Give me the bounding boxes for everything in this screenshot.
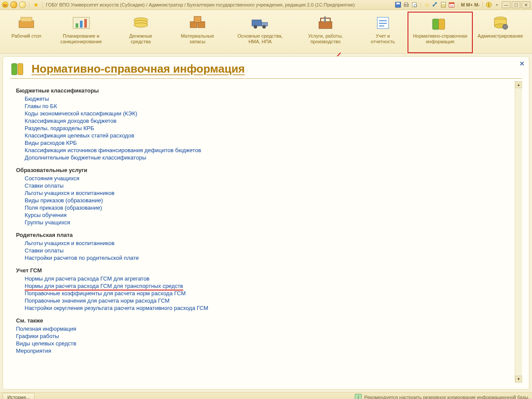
scroll-up-button[interactable]: ▲ <box>515 81 522 88</box>
nav-link[interactable]: Группы учащихся <box>25 219 70 226</box>
svg-rect-4 <box>396 3 400 4</box>
nav-link-highlighted[interactable]: Нормы для расчета расхода ГСМ для трансп… <box>25 283 183 290</box>
section-planning[interactable]: Планирование и санкционирование <box>48 12 114 53</box>
nav-link[interactable]: Бюджеты <box>25 96 49 102</box>
section-materials[interactable]: Материальные запасы <box>168 12 227 53</box>
sections-toolbar: Рабочий стол Планирование и санкциониров… <box>0 10 532 54</box>
nav-link[interactable]: Классификация источников финансирования … <box>25 147 201 153</box>
close-window-button[interactable]: ✕ <box>522 1 530 8</box>
favorites-icon[interactable]: ☆ <box>424 1 430 8</box>
print-icon[interactable] <box>403 1 410 8</box>
calculator-icon[interactable] <box>440 1 447 8</box>
scroll-down-button[interactable]: ▼ <box>515 376 522 383</box>
memory-mminus-button[interactable]: M- <box>474 2 480 7</box>
svg-rect-22 <box>80 21 83 28</box>
link-icon[interactable] <box>432 1 439 8</box>
link-group-3: Учет ГСМНормы для расчета расхода ГСМ дл… <box>16 267 513 311</box>
folders-icon <box>430 14 450 32</box>
svg-text:i: i <box>488 3 490 7</box>
nav-link[interactable]: Разделы, подразделы КРБ <box>25 125 94 131</box>
nav-link[interactable]: Виды целевых средств <box>16 340 76 347</box>
nav-forward-icon[interactable] <box>19 1 26 8</box>
svg-point-10 <box>435 2 437 4</box>
history-button[interactable]: История... <box>3 393 35 399</box>
close-panel-button[interactable]: ✕ <box>519 60 525 67</box>
maximize-button[interactable]: ☐ <box>512 1 520 8</box>
svg-rect-21 <box>76 23 78 28</box>
nav-link[interactable]: Дополнительные бюджетные классификаторы <box>25 154 146 161</box>
svg-rect-35 <box>324 16 326 22</box>
money-stack-icon <box>131 14 151 32</box>
vertical-scrollbar[interactable]: ▲ ▼ <box>515 81 522 383</box>
svg-text:1c: 1c <box>3 3 7 7</box>
nav-link[interactable]: Состояния учащихся <box>25 175 80 182</box>
nav-link[interactable]: Коды экономической классификации (КЭК) <box>25 110 137 117</box>
window-titlebar: 1c ★ ГОБУ ВПО Университет искусств (Субс… <box>0 0 532 10</box>
print-preview-icon[interactable] <box>411 1 418 8</box>
info-icon[interactable]: i <box>485 1 492 8</box>
nav-link[interactable]: Поправочные значения для расчета норм ра… <box>25 297 169 304</box>
nav-link[interactable]: Ставки оплаты <box>25 182 64 189</box>
svg-point-32 <box>254 25 257 29</box>
nav-link[interactable]: Курсы обучения <box>25 212 67 218</box>
desktop-icon <box>16 14 37 32</box>
nav-link[interactable]: Виды приказов (образование) <box>25 197 103 204</box>
report-icon <box>373 14 393 32</box>
section-services[interactable]: Услуги, работы, производство <box>293 12 358 53</box>
section-desktop[interactable]: Рабочий стол <box>4 12 48 53</box>
svg-rect-34 <box>319 22 332 29</box>
link-group-2: Родительская платаЛьготы учащихся и восп… <box>16 232 513 261</box>
group-title: Учет ГСМ <box>16 267 513 274</box>
truck-icon <box>250 14 271 32</box>
nav-link[interactable]: Поправочные коэффициенты для расчета нор… <box>25 290 186 297</box>
svg-rect-44 <box>18 64 23 75</box>
section-money[interactable]: Денежные средства <box>114 12 167 53</box>
app-1c-icon: 1c <box>2 1 9 8</box>
server-icon <box>490 14 511 32</box>
nav-link[interactable]: Льготы учащихся и воспитанников <box>25 240 115 246</box>
svg-rect-6 <box>405 3 408 4</box>
nav-back-icon[interactable] <box>10 1 17 8</box>
memory-m-button[interactable]: M <box>461 2 465 7</box>
toolbox-icon <box>315 14 336 32</box>
nav-link[interactable]: Настройки расчетов по родительской плате <box>25 255 139 261</box>
nav-link[interactable]: Ставки оплаты <box>25 247 64 254</box>
svg-rect-19 <box>21 17 32 22</box>
svg-rect-29 <box>194 16 201 22</box>
group-title: Родительская плата <box>16 232 513 238</box>
section-accounting[interactable]: Учет и отчетность <box>358 12 408 53</box>
link-group-1: Образовательные услугиСостояния учащихся… <box>16 167 513 226</box>
nav-link[interactable]: Поля приказов (образование) <box>25 204 102 211</box>
nav-link[interactable]: Мероприятия <box>16 348 51 354</box>
nav-link[interactable]: Графики работы <box>16 333 59 339</box>
svg-point-26 <box>134 23 148 27</box>
memory-mplus-button[interactable]: M+ <box>466 2 473 7</box>
status-bar: История... i Рекомендуется настроить рез… <box>0 392 532 399</box>
svg-rect-23 <box>84 19 87 28</box>
nav-link[interactable]: Полезная информация <box>16 326 76 332</box>
minimize-button[interactable]: — <box>502 1 510 8</box>
svg-point-9 <box>433 5 434 6</box>
nav-link[interactable]: Настройки округления результата расчета … <box>25 305 208 311</box>
svg-rect-43 <box>12 64 17 75</box>
link-group-0: Бюджетные классификаторыБюджетыГлавы по … <box>16 87 513 161</box>
nav-link[interactable]: Классификация целевых статей расходов <box>25 132 134 139</box>
nav-link[interactable]: Льготы учащихся и воспитанников <box>25 190 115 196</box>
nav-link[interactable]: Классификация доходов бюджетов <box>25 118 116 124</box>
status-hint: Рекомендуется настроить резервное копиро… <box>364 395 529 399</box>
favorite-star-icon[interactable]: ★ <box>32 1 39 8</box>
save-icon[interactable] <box>395 1 401 8</box>
dropdown-icon[interactable]: ▾ <box>494 1 500 8</box>
section-admin[interactable]: Администрирование <box>473 12 528 53</box>
link-group-4: См. такжеПолезная информацияГрафики рабо… <box>16 317 513 354</box>
nav-link[interactable]: Виды расходов КРБ <box>25 140 77 146</box>
calendar-icon[interactable]: 31 <box>448 1 455 8</box>
nav-link[interactable]: Нормы для расчета расхода ГСМ для агрега… <box>25 275 150 282</box>
svg-rect-14 <box>449 3 454 4</box>
svg-text:31: 31 <box>450 4 454 7</box>
section-reference-info[interactable]: Нормативно-справочная информация <box>408 12 473 53</box>
window-title: ГОБУ ВПО Университет искусств (Субсидия)… <box>46 2 393 7</box>
nav-link[interactable]: Главы по БК <box>25 103 57 109</box>
svg-rect-30 <box>252 20 261 26</box>
section-assets[interactable]: Основные средства, НМА, НПА <box>227 12 293 53</box>
